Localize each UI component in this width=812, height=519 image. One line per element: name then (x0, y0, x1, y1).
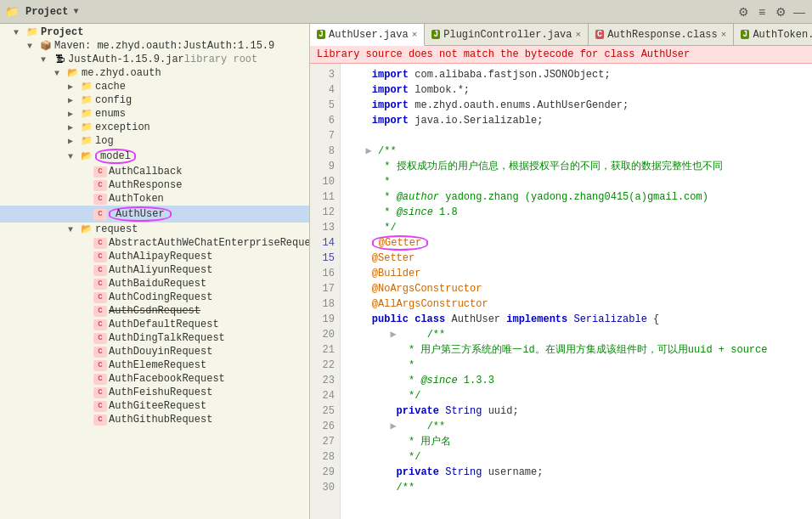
tree-arrow[interactable]: ▼ (54, 69, 66, 78)
tab-authtoken[interactable]: J AuthToken.java × (734, 24, 812, 45)
tab-close-authuser[interactable]: × (412, 30, 418, 40)
minimize-icon[interactable]: — (792, 4, 807, 20)
class-icon: C (93, 166, 107, 178)
tree-arrow[interactable]: ▼ (68, 225, 80, 234)
tree-authgitee[interactable]: ▶ C AuthGiteeRequest (0, 399, 309, 413)
code-text[interactable]: import com.alibaba.fastjson.JSONObject; … (341, 64, 812, 519)
tree-authuser-label: AuthUser (109, 206, 172, 222)
tree-maven[interactable]: ▼ 📦 Maven: me.zhyd.oauth:JustAuth:1.15.9 (0, 39, 309, 53)
tree-exception[interactable]: ▶ 📁 exception (0, 121, 309, 134)
jar-icon: 🗜 (53, 54, 66, 65)
code-line-12: * @since 1.8 (347, 205, 805, 220)
file-tree: ▼ 📁 Project ▼ 📦 Maven: me.zhyd.oauth:Jus… (0, 24, 309, 428)
tree-enums[interactable]: ▶ 📁 enums (0, 107, 309, 121)
tree-arrow[interactable]: ▼ (14, 28, 25, 37)
tree-package-root[interactable]: ▼ 📂 me.zhyd.oauth (0, 66, 309, 80)
tree-authfacebook-label: AuthFacebookRequest (109, 373, 225, 385)
tab-plugincontroller[interactable]: J PluginController.java × (425, 24, 589, 45)
code-line-19: public class AuthUser implements Seriali… (347, 312, 805, 327)
tree-abstractauth-label: AbstractAuthWeChatEnterpriseReques (109, 237, 310, 249)
class-icon: C (93, 373, 107, 385)
line-num-15: 15 (310, 251, 340, 266)
tree-maven-label: Maven: me.zhyd.oauth:JustAuth:1.15.9 (54, 40, 274, 52)
tree-arrow[interactable]: ▶ (68, 95, 80, 105)
line-num-23: 23 (310, 373, 340, 388)
tab-authresponse-class[interactable]: C AuthResponse.class × (589, 24, 734, 45)
code-line-14: @Getter (347, 235, 805, 251)
tree-model-label: model (95, 149, 136, 164)
tree-authfeishu-label: AuthFeishuRequest (109, 386, 212, 398)
folder-icon: 📁 (80, 94, 93, 106)
tree-authdouyin-label: AuthDouyinRequest (109, 346, 212, 358)
config-icon[interactable]: ⚙ (773, 4, 788, 20)
tree-authtoken[interactable]: ▶ C AuthToken (0, 192, 309, 206)
tree-authdefault-label: AuthDefaultRequest (109, 319, 219, 330)
tree-authuser[interactable]: ▶ C AuthUser (0, 206, 309, 223)
line-num-24: 24 (310, 388, 340, 403)
tree-arrow[interactable]: ▼ (41, 55, 53, 65)
tree-authgithub-label: AuthGithubRequest (109, 414, 212, 426)
tree-authcoding[interactable]: ▶ C AuthCodingRequest (0, 291, 309, 304)
tree-request[interactable]: ▼ 📂 request (0, 223, 309, 236)
code-line-21: * 用户第三方系统的唯一id。在调用方集成该组件时，可以用uuid + sour… (347, 342, 805, 358)
tree-model[interactable]: ▼ 📂 model (0, 148, 309, 165)
layout-icon[interactable]: ≡ (754, 4, 770, 20)
tree-authresponse[interactable]: ▶ C AuthResponse (0, 178, 309, 192)
tree-authdingtalk[interactable]: ▶ C AuthDingTalkRequest (0, 331, 309, 345)
line-num-7: 7 (310, 128, 340, 144)
tree-jar[interactable]: ▼ 🗜 JustAuth-1.15.9.jar library root (0, 53, 309, 66)
code-line-5: import me.zhyd.oauth.enums.AuthUserGende… (347, 98, 805, 113)
tree-authdefault[interactable]: ▶ C AuthDefaultRequest (0, 318, 309, 331)
tab-authuser[interactable]: J AuthUser.java × (310, 24, 425, 46)
line-num-18: 18 (310, 296, 340, 312)
tab-close-authresponse[interactable]: × (721, 30, 727, 40)
line-num-14: 14 (310, 235, 340, 251)
tree-authfeishu[interactable]: ▶ C AuthFeishuRequest (0, 386, 309, 399)
editor-area: J AuthUser.java × J PluginController.jav… (310, 24, 812, 519)
line-num-30: 30 (310, 480, 340, 495)
tree-cache[interactable]: ▶ 📁 cache (0, 80, 309, 93)
tree-arrow[interactable]: ▶ (68, 82, 80, 92)
tree-project-root[interactable]: ▼ 📁 Project (0, 25, 309, 39)
code-line-27: * 用户名 (347, 434, 805, 449)
line-num-19: 19 (310, 312, 340, 327)
tree-authalipay[interactable]: ▶ C AuthAlipayRequest (0, 250, 309, 263)
tree-autheleme[interactable]: ▶ C AuthElemeRequest (0, 358, 309, 372)
tree-package-label: me.zhyd.oauth (82, 67, 161, 79)
tree-authalipay-label: AuthAlipayRequest (109, 251, 212, 262)
tree-arrow[interactable]: ▶ (68, 122, 80, 133)
project-title: Project (25, 6, 68, 18)
tree-authgithub[interactable]: ▶ C AuthGithubRequest (0, 413, 309, 426)
tree-config[interactable]: ▶ 📁 config (0, 93, 309, 107)
project-panel: ▼ 📁 Project ▼ 📦 Maven: me.zhyd.oauth:Jus… (0, 24, 310, 519)
folder-icon: 📁 (80, 135, 93, 147)
code-line-28: */ (347, 449, 805, 465)
tree-authaliyun[interactable]: ▶ C AuthAliyunRequest (0, 263, 309, 277)
class-icon: C (93, 264, 107, 276)
tree-arrow[interactable]: ▶ (68, 109, 80, 119)
line-num-16: 16 (310, 266, 340, 281)
code-editor[interactable]: 3 4 5 6 7 8 9 10 11 12 13 14 15 16 17 18… (310, 64, 812, 519)
tree-jar-sublabel: library root (184, 54, 257, 65)
tree-authcallback-label: AuthCallback (109, 166, 182, 178)
tree-authcallback[interactable]: ▶ C AuthCallback (0, 165, 309, 178)
top-bar: 📁 Project ▼ ⚙ ≡ ⚙ — (0, 0, 812, 24)
tree-authfacebook[interactable]: ▶ C AuthFacebookRequest (0, 372, 309, 386)
tree-authbaidu[interactable]: ▶ C AuthBaiduRequest (0, 277, 309, 291)
class-icon: C (93, 291, 107, 303)
line-num-13: 13 (310, 220, 340, 235)
tree-autheleme-label: AuthElemeRequest (109, 359, 206, 371)
tree-arrow[interactable]: ▶ (68, 136, 80, 146)
code-line-16: @Builder (347, 266, 805, 281)
line-num-5: 5 (310, 98, 340, 113)
tab-close-plugin[interactable]: × (576, 30, 582, 40)
tree-abstractauthy[interactable]: ▶ C AbstractAuthWeChatEnterpriseReques (0, 236, 309, 250)
project-folder-icon: 📁 (25, 26, 39, 38)
tree-log[interactable]: ▶ 📁 log (0, 134, 309, 148)
tree-arrow[interactable]: ▼ (27, 42, 39, 51)
tree-arrow[interactable]: ▼ (68, 152, 80, 161)
tree-authdouyin[interactable]: ▶ C AuthDouyinRequest (0, 345, 309, 358)
tree-authcsdn[interactable]: ▶ C AuthCsdnRequest (0, 304, 309, 318)
dropdown-icon[interactable]: ▼ (73, 7, 78, 16)
settings-icon[interactable]: ⚙ (736, 4, 751, 20)
